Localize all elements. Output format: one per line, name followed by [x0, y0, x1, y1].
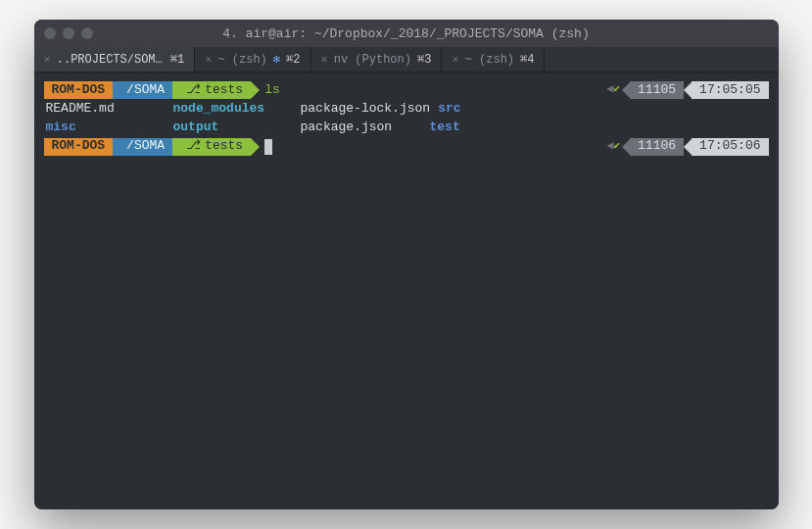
chevron-left-icon: ◀	[606, 138, 613, 155]
ls-entry: README.md	[46, 100, 173, 119]
tab-label: ~ (zsh)	[465, 53, 514, 67]
tab-shortcut: ⌘2	[286, 52, 300, 67]
tab-2[interactable]: ✕ ~ (zsh) ✻ ⌘2	[195, 47, 310, 72]
tab-1[interactable]: ✕ ..PROJECTS/SOMA (… ⌘1	[34, 47, 196, 72]
close-icon[interactable]: ✕	[321, 54, 328, 66]
tab-3[interactable]: ✕ nv (Python) ⌘3	[311, 47, 443, 72]
close-icon[interactable]: ✕	[452, 54, 458, 66]
tab-label: nv (Python)	[334, 53, 411, 67]
traffic-lights	[44, 27, 93, 39]
branch-icon: ⎇	[186, 137, 201, 156]
ls-entry: output	[173, 119, 301, 137]
ls-entry: test	[430, 119, 460, 137]
cursor[interactable]	[264, 139, 272, 155]
terminal-body[interactable]: ROM-DOS /SOMA ⎇tests ls ◀ ✔ 11105 17:05:…	[34, 72, 779, 509]
prompt-user-segment: ROM-DOS	[44, 138, 114, 156]
prompt-path: /SOMA	[126, 81, 165, 100]
spinner-icon: ✻	[273, 52, 280, 67]
ls-entry: src	[438, 100, 460, 119]
prompt-line: ROM-DOS /SOMA ⎇tests ls ◀ ✔ 11105 17:05:…	[44, 80, 769, 100]
history-number: 11106	[630, 138, 684, 156]
terminal-window: 4. air@air: ~/Dropbox/_2018/_PROJECTS/SO…	[34, 20, 779, 509]
prompt-user: ROM-DOS	[52, 81, 106, 100]
ls-entry: package-lock.json	[301, 100, 431, 119]
prompt-user: ROM-DOS	[52, 137, 106, 156]
ls-entry: misc	[46, 119, 173, 137]
check-icon: ✔	[613, 82, 620, 98]
timestamp: 17:05:06	[692, 138, 768, 156]
close-icon[interactable]: ✕	[205, 54, 212, 66]
ls-output-row: README.md node_modules package-lock.json…	[44, 100, 769, 119]
prompt-user-segment: ROM-DOS	[44, 81, 114, 99]
window-title: 4. air@air: ~/Dropbox/_2018/_PROJECTS/SO…	[34, 26, 779, 41]
ls-entry: package.json	[301, 119, 430, 137]
tab-4[interactable]: ✕ ~ (zsh) ⌘4	[442, 47, 545, 72]
chevron-left-icon: ◀	[606, 81, 613, 98]
tab-shortcut: ⌘4	[520, 52, 534, 67]
ls-output-row: misc output package.json test	[44, 119, 769, 137]
titlebar[interactable]: 4. air@air: ~/Dropbox/_2018/_PROJECTS/SO…	[34, 20, 779, 47]
prompt-branch: tests	[205, 81, 243, 100]
history-number: 11105	[630, 81, 684, 99]
tab-label: ~ (zsh)	[217, 53, 266, 67]
close-dot[interactable]	[44, 27, 56, 39]
tab-shortcut: ⌘3	[417, 52, 431, 67]
timestamp: 17:05:05	[692, 81, 768, 99]
close-icon[interactable]: ✕	[44, 54, 51, 66]
minimize-dot[interactable]	[63, 27, 74, 39]
ls-entry: node_modules	[173, 100, 301, 119]
zoom-dot[interactable]	[81, 27, 93, 39]
check-icon: ✔	[613, 139, 620, 155]
tab-bar: ✕ ..PROJECTS/SOMA (… ⌘1 ✕ ~ (zsh) ✻ ⌘2 ✕…	[34, 47, 779, 72]
prompt-path: /SOMA	[126, 137, 165, 156]
prompt-path-segment: /SOMA	[113, 81, 172, 99]
branch-icon: ⎇	[186, 81, 201, 100]
prompt-branch: tests	[205, 137, 243, 156]
prompt-branch-segment: ⎇tests	[172, 81, 251, 99]
command-text: ls	[264, 81, 280, 100]
prompt-branch-segment: ⎇tests	[172, 138, 251, 156]
prompt-line: ROM-DOS /SOMA ⎇tests ◀ ✔ 11106 17:05:06	[44, 137, 769, 157]
tab-label: ..PROJECTS/SOMA (…	[57, 53, 165, 67]
prompt-path-segment: /SOMA	[113, 138, 172, 156]
tab-shortcut: ⌘1	[170, 52, 184, 67]
